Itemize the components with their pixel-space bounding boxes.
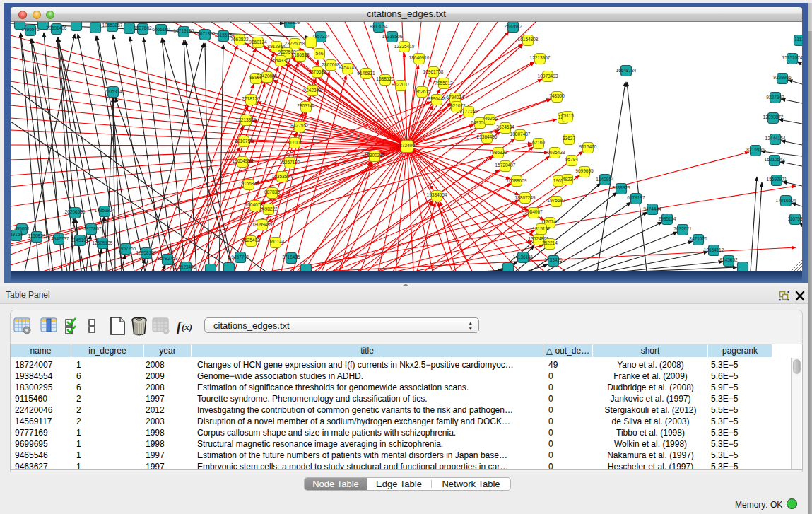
svg-text:16671355: 16671355 — [195, 31, 216, 36]
svg-text:9457791: 9457791 — [231, 255, 249, 259]
svg-text:(x): (x) — [182, 322, 192, 332]
svg-text:62160: 62160 — [532, 140, 545, 145]
svg-text:16782759: 16782759 — [158, 256, 178, 261]
svg-text:1640954: 1640954 — [596, 177, 614, 182]
svg-text:9245652: 9245652 — [719, 257, 738, 262]
svg-text:75115: 75115 — [561, 113, 574, 118]
svg-text:23226058: 23226058 — [285, 41, 305, 46]
svg-text:16543362: 16543362 — [271, 58, 291, 63]
svg-text:9146821: 9146821 — [357, 71, 375, 76]
svg-text:12923446: 12923446 — [176, 264, 196, 269]
svg-text:15720407: 15720407 — [495, 163, 516, 168]
svg-text:12093872: 12093872 — [763, 115, 784, 119]
svg-text:10973493: 10973493 — [538, 74, 558, 78]
svg-text:1112: 1112 — [794, 37, 802, 42]
svg-text:317006: 317006 — [287, 140, 302, 145]
svg-text:746266: 746266 — [482, 116, 498, 121]
svg-text:1498222: 1498222 — [259, 206, 278, 211]
svg-text:546: 546 — [316, 51, 324, 56]
svg-text:12505135: 12505135 — [93, 240, 113, 245]
svg-text:15267130: 15267130 — [280, 160, 300, 165]
svg-text:20691406: 20691406 — [47, 25, 67, 30]
svg-text:8813054: 8813054 — [370, 24, 388, 29]
svg-text:1691144: 1691144 — [267, 239, 285, 244]
svg-text:17957255: 17957255 — [116, 246, 136, 251]
svg-text:12325419: 12325419 — [394, 44, 415, 49]
svg-text:8471626: 8471626 — [689, 236, 707, 241]
svg-text:8322037: 8322037 — [392, 82, 410, 87]
svg-text:1156829: 1156829 — [28, 233, 46, 238]
svg-text:10025433: 10025433 — [545, 150, 565, 155]
svg-text:1527602: 1527602 — [134, 25, 152, 30]
svg-text:10719155: 10719155 — [174, 28, 194, 33]
svg-text:16033809: 16033809 — [280, 22, 300, 25]
svg-text:8427552: 8427552 — [290, 123, 309, 128]
svg-text:10961758: 10961758 — [423, 69, 444, 74]
svg-text:3624534: 3624534 — [496, 124, 514, 129]
svg-text:39154: 39154 — [11, 232, 23, 237]
svg-text:15751074: 15751074 — [782, 55, 802, 60]
svg-text:12213389: 12213389 — [236, 117, 257, 122]
svg-text:887833: 887833 — [264, 189, 280, 194]
svg-text:6794024: 6794024 — [446, 95, 464, 100]
svg-text:10653267: 10653267 — [102, 23, 123, 28]
svg-text:17359924: 17359924 — [95, 208, 115, 213]
svg-text:2803144: 2803144 — [297, 103, 315, 108]
svg-text:9860124: 9860124 — [249, 40, 267, 45]
svg-text:9242848: 9242848 — [303, 88, 322, 93]
svg-text:19654985: 19654985 — [233, 158, 253, 163]
svg-text:8215955: 8215955 — [746, 147, 765, 152]
svg-text:18807249: 18807249 — [515, 195, 536, 200]
svg-text:33627: 33627 — [563, 136, 575, 141]
svg-text:1621072: 1621072 — [447, 103, 466, 108]
svg-text:252214: 252214 — [542, 240, 558, 245]
svg-text:1362615: 1362615 — [413, 89, 431, 94]
svg-text:10807487: 10807487 — [510, 132, 531, 136]
svg-text:95794: 95794 — [565, 157, 578, 162]
svg-text:10688609: 10688609 — [507, 178, 527, 183]
svg-text:3875685: 3875685 — [308, 69, 326, 74]
svg-text:1815152: 1815152 — [532, 226, 551, 231]
svg-text:12213967: 12213967 — [530, 55, 551, 60]
svg-text:8186328: 8186328 — [291, 52, 310, 57]
svg-text:7632621: 7632621 — [673, 226, 692, 231]
svg-text:9777169: 9777169 — [459, 109, 478, 114]
svg-text:9474444: 9474444 — [643, 206, 661, 211]
svg-text:7955812: 7955812 — [435, 81, 453, 86]
svg-text:1588520: 1588520 — [376, 76, 394, 81]
svg-text:19166825: 19166825 — [239, 181, 259, 186]
svg-text:7515526: 7515526 — [214, 33, 233, 37]
svg-text:14136141: 14136141 — [513, 255, 534, 259]
svg-text:8938923: 8938923 — [612, 185, 630, 190]
svg-text:10958167: 10958167 — [136, 250, 157, 255]
svg-text:4923: 4923 — [563, 177, 573, 182]
svg-text:748500: 748500 — [549, 93, 565, 98]
svg-text:12353594: 12353594 — [272, 174, 293, 179]
svg-text:9227342: 9227342 — [766, 95, 784, 100]
svg-text:16154808: 16154808 — [518, 37, 539, 42]
svg-text:18099489: 18099489 — [252, 222, 273, 227]
svg-text:9699695: 9699695 — [575, 168, 594, 173]
svg-text:19384554: 19384554 — [427, 192, 447, 197]
svg-text:1120746: 1120746 — [541, 219, 559, 224]
svg-text:9084067: 9084067 — [524, 209, 543, 214]
svg-text:2005334: 2005334 — [104, 89, 122, 94]
svg-text:2687682: 2687682 — [504, 24, 522, 29]
svg-text:2718126: 2718126 — [242, 96, 260, 101]
svg-text:8990448: 8990448 — [428, 96, 446, 101]
svg-text:6466160: 6466160 — [152, 27, 170, 32]
svg-text:12942737: 12942737 — [49, 236, 69, 241]
svg-text:1010755: 1010755 — [235, 139, 253, 144]
svg-text:17016504: 17016504 — [776, 198, 796, 203]
svg-text:18300295: 18300295 — [365, 153, 385, 158]
svg-text:18640910: 18640910 — [409, 55, 430, 60]
svg-text:18724007: 18724007 — [397, 143, 418, 148]
svg-text:15692971: 15692971 — [767, 177, 787, 182]
svg-text:6679197: 6679197 — [627, 195, 645, 200]
svg-text:8454749: 8454749 — [339, 65, 357, 70]
svg-text:16648784: 16648784 — [616, 68, 637, 73]
svg-text:22420046: 22420046 — [257, 74, 278, 78]
svg-text:9115460: 9115460 — [579, 144, 597, 149]
svg-text:1733426: 1733426 — [544, 257, 563, 262]
svg-text:1145194: 1145194 — [71, 238, 89, 243]
